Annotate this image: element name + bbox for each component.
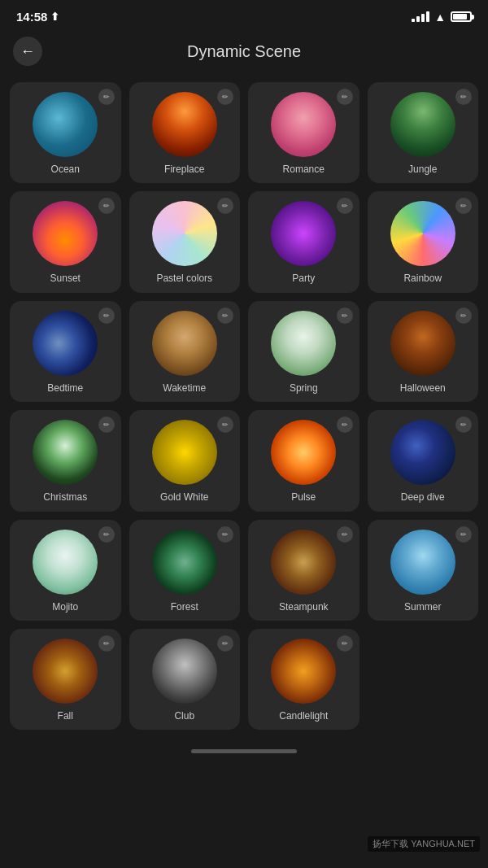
scene-circle-romance: [271, 92, 336, 157]
edit-icon-mojito[interactable]: ✏: [98, 526, 115, 543]
scene-circle-rainbow: [390, 201, 455, 266]
scene-card-spring[interactable]: ✏Spring: [248, 301, 359, 402]
scene-label-waketime: Waketime: [163, 382, 206, 394]
edit-icon-bedtime[interactable]: ✏: [98, 308, 115, 324]
scene-card-sunset[interactable]: ✏Sunset: [10, 191, 121, 292]
edit-icon-fall[interactable]: ✏: [98, 635, 115, 652]
scene-card-candlelight[interactable]: ✏Candlelight: [248, 629, 359, 730]
edit-icon-jungle[interactable]: ✏: [455, 89, 472, 105]
scene-label-jungle: Jungle: [408, 164, 437, 175]
scene-circle-inner-waketime: [152, 311, 217, 376]
scene-circle-spring: [271, 311, 336, 376]
scene-card-fall[interactable]: ✏Fall: [10, 629, 121, 730]
scene-label-fireplace: Fireplace: [164, 164, 204, 175]
scene-circle-fall: [33, 639, 98, 704]
scene-card-fireplace[interactable]: ✏Fireplace: [129, 82, 241, 183]
scene-circle-inner-deepdive: [390, 420, 455, 485]
scene-card-jungle[interactable]: ✏Jungle: [368, 82, 479, 183]
status-bar: 14:58 ⬆ ▲: [0, 0, 488, 30]
location-icon: ⬆: [50, 11, 59, 23]
scene-card-summer[interactable]: ✏Summer: [368, 520, 479, 621]
scene-card-ocean[interactable]: ✏Ocean: [10, 82, 121, 183]
scene-circle-inner-fireplace: [152, 92, 217, 157]
scene-circle-halloween: [390, 311, 455, 376]
status-icons: ▲: [412, 11, 472, 24]
edit-icon-party[interactable]: ✏: [337, 198, 353, 214]
scene-circle-club: [152, 639, 217, 704]
scene-label-halloween: Halloween: [400, 382, 446, 394]
scene-circle-waketime: [152, 311, 217, 376]
edit-icon-pulse[interactable]: ✏: [337, 417, 353, 433]
edit-icon-candlelight[interactable]: ✏: [337, 635, 353, 652]
scene-circle-inner-ocean: [33, 92, 98, 157]
scene-circle-jungle: [390, 92, 455, 157]
scene-card-goldwhite[interactable]: ✏Gold White: [129, 410, 241, 511]
scene-circle-inner-candlelight: [271, 639, 336, 704]
scene-circle-fireplace: [152, 92, 217, 157]
status-time: 14:58: [16, 10, 47, 24]
scene-card-pastel[interactable]: ✏Pastel colors: [129, 191, 241, 292]
edit-icon-steampunk[interactable]: ✏: [337, 526, 353, 543]
scene-circle-inner-pulse: [271, 420, 336, 485]
edit-icon-rainbow[interactable]: ✏: [455, 198, 472, 214]
scene-label-bedtime: Bedtime: [47, 382, 83, 394]
scene-label-pulse: Pulse: [291, 491, 316, 503]
scene-card-steampunk[interactable]: ✏Steampunk: [248, 520, 359, 621]
scene-circle-inner-spring: [271, 311, 336, 376]
scene-circle-inner-forest: [152, 530, 217, 595]
scene-label-deepdive: Deep dive: [401, 491, 445, 503]
edit-icon-waketime[interactable]: ✏: [217, 308, 233, 324]
scene-card-christmas[interactable]: ✏Christmas: [10, 410, 121, 511]
scene-label-club: Club: [174, 710, 194, 722]
edit-icon-ocean[interactable]: ✏: [98, 89, 115, 105]
scene-circle-inner-rainbow: [390, 201, 455, 266]
scene-label-pastel: Pastel colors: [156, 273, 212, 284]
scene-card-party[interactable]: ✏Party: [248, 191, 359, 292]
edit-icon-pastel[interactable]: ✏: [217, 198, 233, 214]
scene-card-club[interactable]: ✏Club: [129, 629, 241, 730]
scene-circle-inner-bedtime: [33, 311, 98, 376]
edit-icon-fireplace[interactable]: ✏: [217, 89, 233, 105]
scene-circle-inner-christmas: [33, 420, 98, 485]
scene-circle-party: [271, 201, 336, 266]
back-icon: ←: [20, 43, 35, 60]
scene-circle-pulse: [271, 420, 336, 485]
wifi-icon: ▲: [434, 11, 446, 24]
scene-label-rainbow: Rainbow: [403, 273, 442, 284]
scene-circle-deepdive: [390, 420, 455, 485]
scene-circle-inner-pastel: [152, 201, 217, 266]
scene-label-mojito: Mojito: [52, 601, 78, 613]
scene-circle-pastel: [152, 201, 217, 266]
scene-label-christmas: Christmas: [43, 491, 87, 503]
edit-icon-deepdive[interactable]: ✏: [455, 417, 472, 433]
edit-icon-goldwhite[interactable]: ✏: [217, 417, 233, 433]
scene-card-rainbow[interactable]: ✏Rainbow: [368, 191, 479, 292]
scene-circle-inner-summer: [390, 530, 455, 595]
scene-card-romance[interactable]: ✏Romance: [248, 82, 359, 183]
scene-circle-inner-fall: [33, 639, 98, 704]
scene-card-bedtime[interactable]: ✏Bedtime: [10, 301, 121, 402]
page-title: Dynamic Scene: [187, 42, 301, 61]
back-button[interactable]: ←: [13, 37, 42, 66]
scene-label-spring: Spring: [290, 382, 318, 394]
edit-icon-summer[interactable]: ✏: [455, 526, 472, 543]
edit-icon-forest[interactable]: ✏: [217, 526, 233, 543]
edit-icon-christmas[interactable]: ✏: [98, 417, 115, 433]
scene-card-deepdive[interactable]: ✏Deep dive: [368, 410, 479, 511]
scene-label-ocean: Ocean: [51, 164, 80, 175]
scene-card-pulse[interactable]: ✏Pulse: [248, 410, 359, 511]
edit-icon-sunset[interactable]: ✏: [98, 198, 115, 214]
edit-icon-romance[interactable]: ✏: [337, 89, 353, 105]
scene-label-sunset: Sunset: [50, 273, 81, 284]
scene-circle-steampunk: [271, 530, 336, 595]
scene-label-goldwhite: Gold White: [160, 491, 208, 503]
edit-icon-club[interactable]: ✏: [217, 635, 233, 652]
scene-card-mojito[interactable]: ✏Mojito: [10, 520, 121, 621]
scene-card-waketime[interactable]: ✏Waketime: [129, 301, 241, 402]
scene-grid: ✏Ocean✏Fireplace✏Romance✏Jungle✏Sunset✏P…: [0, 69, 488, 746]
scene-card-halloween[interactable]: ✏Halloween: [368, 301, 479, 402]
scene-card-forest[interactable]: ✏Forest: [129, 520, 241, 621]
edit-icon-halloween[interactable]: ✏: [455, 308, 472, 324]
edit-icon-spring[interactable]: ✏: [337, 308, 353, 324]
scene-circle-inner-club: [152, 639, 217, 704]
